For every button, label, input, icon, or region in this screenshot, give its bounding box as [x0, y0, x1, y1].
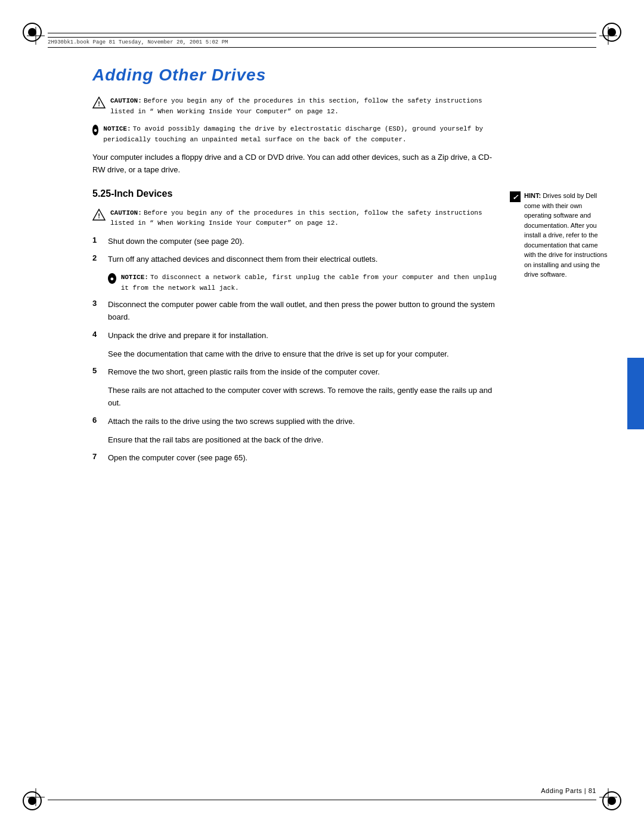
body-text-1: Your computer includes a floppy drive an…	[92, 151, 498, 176]
border-top	[48, 33, 596, 33]
caution-text-2: CAUTION: Before you begin any of the pro…	[110, 208, 498, 228]
caution-icon-2: !	[92, 209, 106, 222]
list-item-1: 1 Shut down the computer (see page 20).	[92, 236, 498, 248]
header-bar: 2H930bk1.book Page 81 Tuesday, November …	[48, 37, 596, 48]
caution-block-1: ! CAUTION: Before you begin any of the p…	[92, 95, 498, 116]
list-item-2: 2 Turn off any attached devices and disc…	[92, 253, 498, 266]
caution-text-1: CAUTION: Before you begin any of the pro…	[110, 95, 498, 116]
notice-block-1: ● NOTICE: To avoid possibly damaging the…	[92, 123, 498, 144]
page: 2H930bk1.book Page 81 Tuesday, November …	[0, 0, 644, 833]
crosshair-bl	[24, 785, 48, 809]
step-6-subtext: Ensure that the rail tabs are positioned…	[108, 434, 498, 447]
step-4-subtext: See the documentation that came with the…	[108, 348, 498, 361]
crosshair-tr	[596, 24, 620, 48]
svg-text:!: !	[98, 212, 100, 219]
list-item-5: 5 Remove the two short, green plastic ra…	[92, 366, 498, 379]
main-content: Adding Other Drives ! CAUTION: Before yo…	[92, 66, 498, 773]
caution-icon-1: !	[92, 97, 106, 110]
list-item-7: 7 Open the computer cover (see page 65).	[92, 452, 498, 465]
section-heading-1: 5.25-Inch Devices	[92, 188, 498, 199]
step-5-subtext: These rails are not attached to the comp…	[108, 385, 498, 410]
hint-block: ✓ HINT: Drives sold by Dell come with th…	[510, 191, 611, 280]
header-text: 2H930bk1.book Page 81 Tuesday, November …	[48, 39, 228, 45]
hint-body: Drives sold by Dell come with their own …	[524, 192, 607, 278]
svg-text:!: !	[98, 100, 100, 107]
blue-tab	[627, 358, 644, 429]
numbered-list-cont: 3 Disconnect the computer power cable fr…	[92, 299, 498, 342]
caution-block-2: ! CAUTION: Before you begin any of the p…	[92, 208, 498, 228]
crosshair-br	[596, 785, 620, 809]
right-sidebar: ✓ HINT: Drives sold by Dell come with th…	[510, 191, 611, 280]
svg-text:✓: ✓	[512, 193, 519, 202]
footer: Adding Parts | 81	[92, 787, 596, 794]
crosshair-tl	[24, 24, 48, 48]
list-item-6: 6 Attach the rails to the drive using th…	[92, 416, 498, 428]
hint-text: HINT: Drives sold by Dell come with thei…	[524, 191, 611, 280]
notice-icon-2: ●	[108, 273, 116, 284]
numbered-list: 1 Shut down the computer (see page 20). …	[92, 236, 498, 267]
notice-text-1: NOTICE: To avoid possibly damaging the d…	[103, 123, 498, 144]
notice-icon-1: ●	[92, 125, 98, 135]
hint-label: HINT:	[524, 192, 541, 199]
page-title: Adding Other Drives	[92, 66, 498, 85]
list-item-4: 4 Unpack the drive and prepare it for in…	[92, 330, 498, 342]
list-item-3: 3 Disconnect the computer power cable fr…	[92, 299, 498, 324]
hint-icon: ✓	[510, 191, 521, 202]
footer-text: Adding Parts | 81	[541, 787, 596, 794]
notice-text-2: NOTICE: To disconnect a network cable, f…	[121, 272, 498, 293]
notice-block-2: ● NOTICE: To disconnect a network cable,…	[108, 272, 498, 293]
border-bottom	[48, 800, 596, 800]
